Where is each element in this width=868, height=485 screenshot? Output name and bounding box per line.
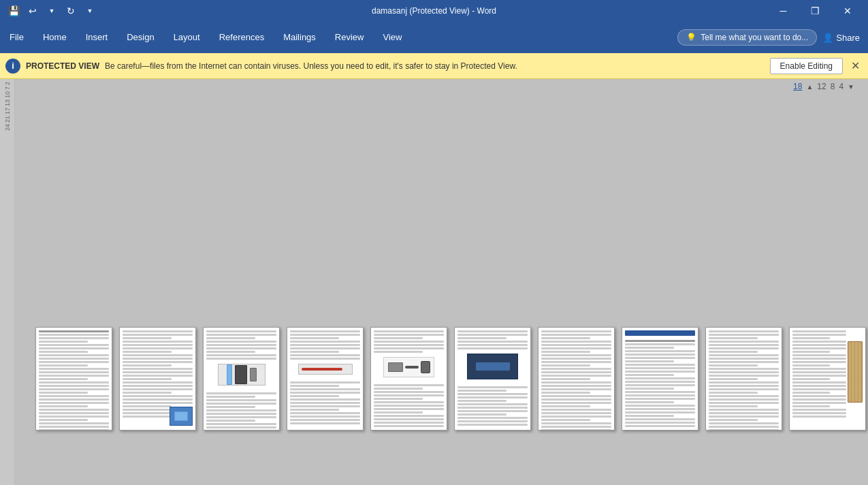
page-thumbnail-10[interactable]	[789, 327, 866, 431]
page-thumbnail-1[interactable]	[35, 327, 112, 431]
page-thumbnail-8[interactable]	[622, 327, 698, 431]
close-protected-bar-button[interactable]: ✕	[848, 59, 863, 72]
tab-design[interactable]: Design	[117, 22, 163, 53]
undo-icon[interactable]: ↩	[25, 3, 41, 19]
protected-view-label: PROTECTED VIEW	[26, 61, 99, 71]
page-num-7: 7	[4, 87, 11, 90]
sort-up-icon[interactable]: ▲	[806, 83, 813, 91]
title-bar: 💾 ↩ ▼ ↻ ▼ damasanj (Protected View) - Wo…	[0, 0, 868, 22]
window-title: damasanj (Protected View) - Word	[372, 6, 496, 16]
page-thumbnail-6[interactable]	[454, 327, 531, 431]
page-count-12[interactable]: 12	[817, 82, 826, 91]
lower-space	[15, 444, 868, 485]
redo-icon[interactable]: ↻	[63, 3, 79, 19]
tab-references[interactable]: References	[210, 22, 274, 53]
person-icon: 👤	[822, 33, 833, 43]
page-num-10: 10	[4, 91, 11, 98]
info-icon: i	[5, 59, 20, 74]
protected-view-message: Be careful—files from the Internet can c…	[105, 61, 765, 71]
document-area: 18 ▲ 12 8 4 ▼ 2 7 10 13 17 21 24	[0, 79, 868, 485]
page-count-18[interactable]: 18	[793, 82, 802, 91]
tab-file[interactable]: File	[0, 22, 33, 53]
main-canvas	[15, 79, 868, 485]
tab-mailings[interactable]: Mailings	[274, 22, 325, 53]
page-count-controls: 18 ▲ 12 8 4 ▼	[793, 82, 854, 91]
page-num-21: 21	[4, 116, 11, 123]
ribbon: File Home Insert Design Layout Reference…	[0, 22, 868, 53]
page-num-24: 24	[4, 124, 11, 131]
page-count-4[interactable]: 4	[839, 82, 843, 91]
tab-layout[interactable]: Layout	[164, 22, 210, 53]
page-thumbnail-9[interactable]	[705, 327, 782, 431]
ribbon-right: 💡 Tell me what you want to do... 👤 Share	[677, 22, 868, 53]
page-num-17: 17	[4, 108, 11, 114]
tell-me-input[interactable]: 💡 Tell me what you want to do...	[677, 29, 817, 46]
share-label: Share	[836, 33, 860, 43]
restore-button[interactable]: ❐	[800, 0, 831, 22]
quick-access-toolbar: 💾 ↩ ▼ ↻ ▼	[5, 3, 98, 19]
left-sidebar: 2 7 10 13 17 21 24	[0, 79, 15, 485]
tab-insert[interactable]: Insert	[76, 22, 118, 53]
lightbulb-icon: 💡	[686, 33, 696, 42]
window-controls: ─ ❐ ✕	[768, 0, 863, 22]
share-button[interactable]: 👤 Share	[822, 33, 860, 43]
undo-dropdown-icon[interactable]: ▼	[44, 3, 60, 19]
tab-review[interactable]: Review	[325, 22, 374, 53]
page-num-13: 13	[4, 99, 11, 106]
tab-view[interactable]: View	[373, 22, 411, 53]
thumbnail-strip	[15, 322, 868, 444]
tell-me-text: Tell me what you want to do...	[701, 33, 808, 42]
page-thumbnail-4[interactable]	[287, 327, 364, 431]
content-area: 2 7 10 13 17 21 24	[0, 79, 868, 485]
sort-down-icon[interactable]: ▼	[848, 83, 854, 91]
page-count-8[interactable]: 8	[831, 82, 835, 91]
protected-view-bar: i PROTECTED VIEW Be careful—files from t…	[0, 53, 868, 79]
customize-quick-access-icon[interactable]: ▼	[82, 3, 98, 19]
tab-home[interactable]: Home	[33, 22, 76, 53]
page-thumbnail-5[interactable]	[370, 327, 447, 431]
minimize-button[interactable]: ─	[768, 0, 799, 22]
save-icon[interactable]: 💾	[5, 3, 22, 19]
page-thumbnail-7[interactable]	[538, 327, 615, 431]
page-thumbnail-3[interactable]	[203, 327, 280, 431]
page-thumbnail-2[interactable]	[119, 327, 196, 431]
close-button[interactable]: ✕	[832, 0, 863, 22]
upper-space	[15, 79, 868, 322]
enable-editing-button[interactable]: Enable Editing	[770, 58, 843, 74]
page-num-2: 2	[4, 82, 11, 85]
